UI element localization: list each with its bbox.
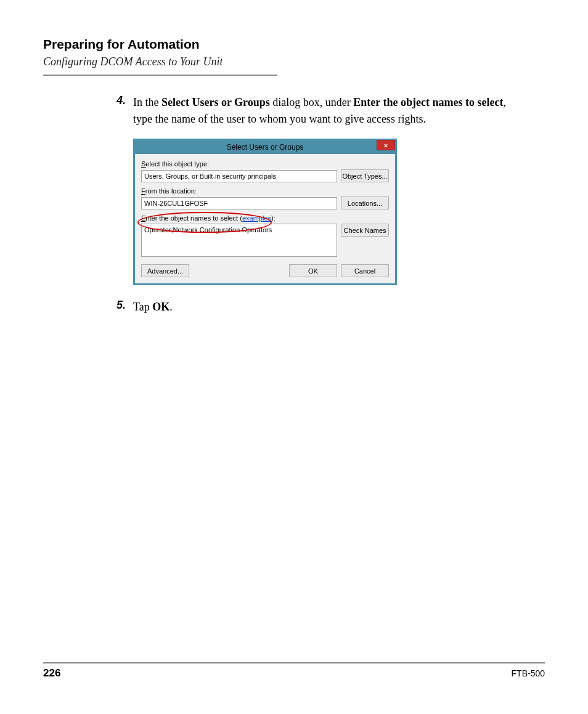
ok-button[interactable]: OK xyxy=(289,264,337,277)
select-users-dialog: Select Users or Groups × SSelect this ob… xyxy=(133,139,397,285)
text-fragment: . xyxy=(169,301,173,313)
header-divider xyxy=(43,75,277,76)
document-id: FTB-500 xyxy=(512,668,545,678)
footer-divider xyxy=(43,662,545,663)
advanced-button[interactable]: Advanced... xyxy=(141,264,189,277)
cancel-button[interactable]: Cancel xyxy=(341,264,389,277)
text-bold: Select Users or Groups xyxy=(161,96,270,108)
dialog-title: Select Users or Groups xyxy=(227,143,304,152)
text-fragment: Tap xyxy=(133,301,152,313)
page-title: Preparing for Automation xyxy=(43,37,545,52)
object-type-field[interactable] xyxy=(141,170,337,182)
step-number: 4. xyxy=(111,94,133,128)
paren-close: ): xyxy=(271,214,276,222)
page-footer: 226 FTB-500 xyxy=(43,662,545,680)
step-number: 5. xyxy=(111,299,133,315)
object-types-button[interactable]: Object Types... xyxy=(341,169,389,182)
location-field[interactable] xyxy=(141,197,337,209)
text-bold: Enter the object names to select xyxy=(353,96,503,108)
page-number: 226 xyxy=(43,667,60,680)
step-4: 4. In the Select Users or Groups dialog … xyxy=(111,94,520,128)
step-text: In the Select Users or Groups dialog box… xyxy=(133,94,520,128)
object-names-textarea[interactable]: Operator;Network Configuration Operators xyxy=(141,224,337,257)
step-text: Tap OK. xyxy=(133,299,173,315)
dialog-screenshot: Select Users or Groups × SSelect this ob… xyxy=(133,139,520,285)
text-fragment: In the xyxy=(133,96,161,108)
text-bold: OK xyxy=(152,301,169,313)
examples-link[interactable]: examples xyxy=(242,214,271,222)
object-type-label: SSelect this object type:elect this obje… xyxy=(141,160,389,168)
page-subtitle: Configuring DCOM Access to Your Unit xyxy=(43,55,545,68)
location-label: From this location:From this location: xyxy=(141,187,389,195)
dialog-titlebar: Select Users or Groups × xyxy=(135,140,395,154)
text-fragment: dialog box, under xyxy=(270,96,353,108)
step-5: 5. Tap OK. xyxy=(111,299,520,315)
locations-button[interactable]: Locations... xyxy=(341,197,389,209)
close-icon: × xyxy=(384,142,388,149)
check-names-button[interactable]: Check Names xyxy=(341,224,389,237)
close-button[interactable]: × xyxy=(377,140,395,150)
dialog-body: SSelect this object type:elect this obje… xyxy=(135,154,395,283)
names-label: Enter the object names to select (exampl… xyxy=(141,214,389,222)
